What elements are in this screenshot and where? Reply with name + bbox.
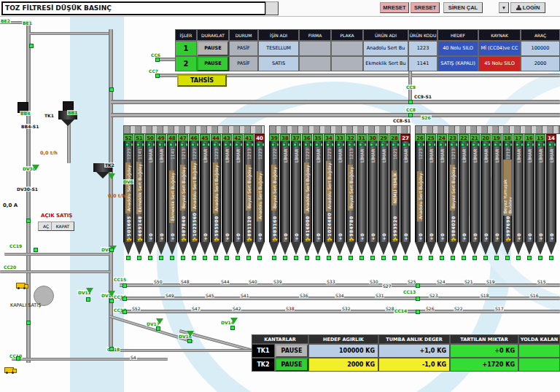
status-dot	[29, 44, 34, 48]
job1-source: Mİ (CC04)ve CC	[478, 41, 521, 56]
equipment-label-CC19: CC19	[9, 243, 23, 248]
sensor-label-S39: S39	[273, 279, 282, 284]
jobs-table: İŞLER DURAKLAT DURUM İŞİN ADI FIRMA PLAK…	[175, 29, 560, 71]
equipment-label-DV6: DV6	[122, 179, 134, 184]
job1-pause-button[interactable]: PAUSE	[197, 41, 229, 56]
tk1-instant-value: +1,0 KG	[378, 344, 450, 358]
login-label: LOGİN	[523, 4, 540, 11]
sensor-label-S42: S42	[232, 306, 241, 311]
scale-row-tk1: TK1 PAUSE 100000 KG +1,0 KG +0 KG	[252, 344, 560, 358]
equipment-label-BE2: BE2	[0, 18, 11, 23]
tk1-target-weight: 100000 KG	[308, 344, 378, 358]
col-urun-adi: ÜRÜN ADI	[363, 29, 408, 41]
tk2-target-weight: 2000 KG	[308, 358, 378, 372]
sensor-label-S16: S16	[529, 293, 539, 298]
equipment-label-BB1: BB1	[67, 110, 78, 115]
tk2-remaining	[518, 358, 560, 372]
alarm-banner[interactable]: TOZ FİLTRESİ DÜŞÜK BASINÇ	[1, 1, 266, 15]
login-button[interactable]: LOGİN	[510, 2, 545, 13]
sreset-button[interactable]: SRESET	[411, 2, 440, 13]
sensor-label-S33: S33	[326, 279, 335, 284]
tk2-instant-value: -1,0 KG	[378, 358, 450, 372]
col-kaynak: KAYNAK	[478, 29, 521, 41]
tk2-pause-button[interactable]: PAUSE	[275, 358, 308, 372]
top-toolbar: TOZ FİLTRESİ DÜŞÜK BASINÇ MRESET SRESET …	[0, 0, 560, 17]
job1-amount: 100000	[521, 41, 560, 56]
job1-status: PASİF	[229, 41, 258, 56]
status-dot	[155, 58, 160, 62]
col-hedef: HEDEF	[438, 29, 478, 41]
status-dot	[187, 339, 192, 343]
alarm-text: TOZ FİLTRESİ DÜŞÜK BASINÇ	[5, 4, 112, 12]
job1-name: TESELLUM	[258, 41, 299, 56]
mreset-button[interactable]: MRESET	[380, 2, 409, 13]
equipment-label-CC15: CC15	[113, 277, 127, 282]
sensor-label-S23: S23	[429, 293, 438, 298]
status-dot	[109, 347, 114, 351]
sensor-label-S17: S17	[494, 306, 504, 311]
tk2-weighed-amount: +1720 KG	[450, 358, 518, 372]
sensor-label-S31: S31	[375, 293, 384, 298]
alarm-ack-button[interactable]	[265, 1, 279, 15]
sensor-label-S24: S24	[436, 279, 446, 284]
col-isin-adi: İŞİN ADI	[258, 29, 299, 41]
status-dot	[16, 356, 20, 361]
sensor-label-S26: S26	[425, 306, 435, 311]
job1-no: 1	[175, 41, 197, 56]
equipment-label-CC9-S1: CC9-S1	[413, 94, 432, 99]
equipment-label-CC9: CC9	[405, 85, 416, 90]
tk1-label: TK1	[252, 344, 275, 358]
status-dot	[408, 100, 413, 104]
sensor-label-S50: S50	[153, 279, 163, 284]
job1-product-code: 1223	[408, 41, 438, 56]
col-tumba-anlik: TUMBA ANLIK DEGER	[378, 334, 450, 344]
col-urun-kodu: ÜRÜN KODU	[408, 29, 438, 41]
equipment-label-BB4-S1: BB4-S1	[20, 124, 39, 129]
scale-row-tk2: TK2 PAUSE 2000 KG -1,0 KG +1720 KG	[252, 358, 560, 372]
sensor-label-S34: S34	[335, 293, 344, 298]
job2-amount: 2000	[521, 56, 560, 71]
tk1-pause-button[interactable]: PAUSE	[275, 344, 308, 358]
job2-status: PASİF	[229, 56, 258, 71]
valve-icon[interactable]	[230, 318, 238, 324]
status-dot	[155, 74, 160, 78]
status-dot	[109, 87, 114, 92]
valve-icon[interactable]	[32, 165, 39, 170]
status-dot	[122, 297, 127, 301]
col-yolda-kalan: YOLDA KALAN	[518, 334, 560, 344]
equipment-label-CC14: CC14	[394, 308, 408, 313]
job2-product-code: 1141	[408, 56, 438, 71]
col-firma: FIRMA	[299, 29, 331, 41]
sensor-label-S27: S27	[382, 283, 392, 289]
sensor-label-S48: S48	[180, 279, 190, 284]
sensor-label-S19: S19	[486, 279, 495, 284]
login-dropdown[interactable]: ▾	[499, 2, 509, 13]
job-row-2: 2 PAUSE PASİF SATIS Ekmeklik Sert Bu 114…	[175, 56, 560, 71]
valve-icon[interactable]	[108, 173, 115, 179]
scales-table-header: KANTARLAR HEDEF AGIRLIK TUMBA ANLIK DEGE…	[252, 334, 560, 344]
job2-source: 45 Nolu SILO	[478, 56, 521, 71]
tk2-label: TK2	[252, 358, 275, 372]
equipment-label-BE1: BE1	[22, 20, 33, 26]
sensor-label-S18: S18	[480, 293, 489, 298]
sensor-label-S44: S44	[220, 279, 230, 284]
valve-icon[interactable]	[156, 318, 163, 324]
valve-icon[interactable]	[187, 331, 194, 337]
sensor-label-S28: S28	[385, 306, 394, 311]
sensor-label-S45: S45	[205, 293, 214, 298]
col-durum: DURUM	[229, 29, 258, 41]
job2-firma	[299, 56, 331, 71]
valve-icon[interactable]	[108, 291, 115, 297]
job2-pause-button[interactable]: PAUSE	[197, 56, 229, 71]
siren-button[interactable]: SİREN ÇAL	[443, 2, 483, 13]
tk1-weighed-amount: +0 KG	[450, 344, 518, 358]
sensor-label-S38: S38	[285, 306, 295, 311]
tahsis-button[interactable]: TAHSİS	[177, 74, 227, 87]
valve-icon[interactable]	[86, 288, 93, 294]
equipment-label-TK1: TK1	[44, 113, 55, 118]
sensor-label-S41: S41	[240, 293, 249, 298]
job2-name: SATIS	[258, 56, 299, 71]
sensor-label-S30: S30	[369, 279, 378, 284]
sensor-label-S4: S4	[130, 355, 137, 360]
job1-product: Anadolu Sert Bu	[363, 41, 408, 56]
